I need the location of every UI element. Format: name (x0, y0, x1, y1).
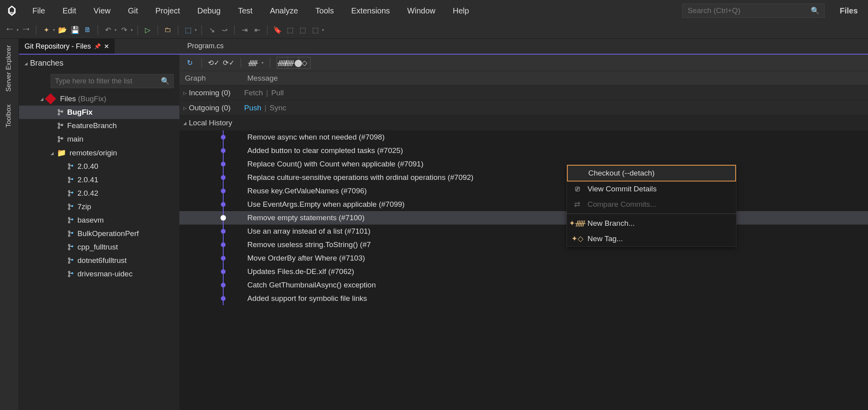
commit-dot (221, 269, 226, 274)
tree-branch-main[interactable]: main (19, 132, 179, 146)
commit-dot (221, 162, 226, 166)
ctx-new-branch[interactable]: ✦ᚏNew Branch... (567, 215, 736, 231)
commit-dot (221, 175, 226, 180)
commit-row[interactable]: Remove useless string.ToString() (#7 (179, 238, 868, 251)
branches-header[interactable]: Branches (19, 55, 179, 72)
tree-remote-dotnet6fulltrust[interactable]: dotnet6fulltrust (19, 254, 179, 267)
commit-row[interactable]: Move OrderBy after Where (#7103) (179, 251, 868, 265)
tab-program-cs[interactable]: Program.cs (179, 39, 232, 54)
outgoing-section[interactable]: Outgoing (0) Push|Sync (179, 100, 868, 115)
commit-dot (221, 229, 226, 234)
menu-window[interactable]: Window (399, 3, 444, 19)
menu-project[interactable]: Project (147, 3, 188, 19)
nav-back-icon[interactable]: ⭠ (5, 25, 15, 35)
new-item-icon[interactable]: ✦ (41, 25, 51, 35)
commit-row[interactable]: Reuse key.GetValueNames (#7096) (179, 184, 868, 198)
ctx-checkout[interactable]: Checkout (--detach) (567, 165, 736, 181)
tree-remote-basevm[interactable]: basevm (19, 214, 179, 227)
files-button[interactable]: Files (832, 3, 865, 19)
save-all-icon[interactable]: 🗎 (83, 25, 93, 35)
menu-file[interactable]: File (24, 3, 54, 19)
tree-remote-cpp-fulltrust[interactable]: cpp_fulltrust (19, 240, 179, 254)
svg-point-19 (68, 204, 70, 206)
commit-row[interactable]: Updates Files.de-DE.xlf (#7062) (179, 265, 868, 278)
save-icon[interactable]: 💾 (70, 25, 80, 35)
commit-row[interactable]: Remove empty statements (#7100) (179, 211, 868, 225)
bookmark-next-icon[interactable]: ⬚ (297, 25, 308, 35)
side-tab-server-explorer[interactable]: Server Explorer (0, 39, 17, 98)
close-icon[interactable]: ✕ (104, 43, 109, 50)
fetch-icon[interactable]: ⟲✓ (208, 57, 219, 68)
svg-point-23 (68, 221, 70, 223)
pull-icon[interactable]: ⟳✓ (223, 57, 234, 68)
branch-icon (57, 109, 64, 116)
config-icon[interactable]: ⬚ (183, 25, 193, 35)
commit-row[interactable]: Use EventArgs.Empty when applicable (#70… (179, 198, 868, 211)
svg-point-1 (58, 110, 60, 111)
tree-repo-files[interactable]: Files (BugFix) (19, 92, 179, 106)
tree-branch-featurebranch[interactable]: FeatureBranch (19, 119, 179, 132)
menu-extensions[interactable]: Extensions (343, 3, 399, 19)
menu-edit[interactable]: Edit (54, 3, 85, 19)
commit-dot (221, 135, 226, 140)
branch-filter-box[interactable]: 🔍 (51, 74, 174, 88)
column-message[interactable]: Message (246, 74, 868, 83)
ctx-new-tag[interactable]: ✦◇New Tag... (567, 231, 736, 246)
commit-row[interactable]: Replace Count() with Count when applicab… (179, 157, 868, 171)
branch-filter-input[interactable] (55, 77, 161, 85)
step-over-icon[interactable]: ⤻ (219, 25, 230, 35)
redo-icon[interactable]: ↷ (119, 25, 129, 35)
outdent-icon[interactable]: ⇤ (252, 25, 262, 35)
search-input[interactable] (687, 6, 811, 15)
ctx-view-details[interactable]: ⎚View Commit Details (567, 181, 736, 196)
tree-branch-bugfix[interactable]: BugFix (19, 106, 179, 119)
bookmark-clear-icon[interactable]: ⬚ (310, 25, 320, 35)
svg-point-14 (68, 181, 70, 183)
tree-remote-2-0-40[interactable]: 2.0.40 (19, 160, 179, 173)
column-graph[interactable]: Graph (179, 74, 246, 83)
bookmark-prev-icon[interactable]: ⬚ (285, 25, 295, 35)
tree-remote-2-0-41[interactable]: 2.0.41 (19, 173, 179, 187)
start-icon[interactable]: ▷ (143, 25, 153, 35)
refresh-icon[interactable]: ↻ (184, 57, 195, 68)
nav-forward-icon[interactable]: ⭢ (21, 25, 31, 35)
pin-icon[interactable]: 📌 (94, 43, 101, 49)
menu-tools[interactable]: Tools (307, 3, 343, 19)
open-icon[interactable]: 📂 (57, 25, 68, 35)
remote-branch-icon (67, 257, 74, 264)
commit-row[interactable]: Use an array instead of a list (#7101) (179, 225, 868, 238)
tree-remote-bulkoperationperf[interactable]: BulkOperationPerf (19, 227, 179, 240)
menu-debug[interactable]: Debug (189, 3, 230, 19)
tree-remotes-origin[interactable]: 📁remotes/origin (19, 146, 179, 160)
branch-select-icon[interactable]: ᚏ (247, 57, 258, 68)
menu-test[interactable]: Test (229, 3, 261, 19)
commit-dot (220, 215, 226, 221)
repo-icon (45, 93, 56, 104)
indent-icon[interactable]: ⇥ (239, 25, 250, 35)
commit-row[interactable]: Remove async when not needed (#7098) (179, 130, 868, 144)
incoming-section[interactable]: Incoming (0) Fetch|Pull (179, 85, 868, 100)
svg-point-8 (58, 140, 60, 142)
menu-git[interactable]: Git (119, 3, 147, 19)
step-icon[interactable]: ↘ (207, 25, 217, 35)
tag-view-icon[interactable]: ◇ (299, 57, 310, 68)
tree-remote-drivesman-uidec[interactable]: drivesman-uidec (19, 267, 179, 281)
commit-row[interactable]: Catch GetThumbnailAsync() exception (179, 278, 868, 292)
commit-row[interactable]: Added button to clear completed tasks (#… (179, 144, 868, 157)
search-box[interactable]: 🔍 (682, 4, 825, 18)
bookmark-icon[interactable]: 🔖 (272, 25, 282, 35)
local-history-header[interactable]: Local History (179, 115, 868, 130)
menu-analyze[interactable]: Analyze (261, 3, 307, 19)
commit-row[interactable]: Added support for symbolic file links (179, 292, 868, 305)
tree-remote-7zip[interactable]: 7zip (19, 200, 179, 214)
commit-row[interactable]: Replace culture-sensitive operations wit… (179, 171, 868, 184)
list-view-icon[interactable]: ᚏ⬤ (288, 57, 299, 68)
side-tab-toolbox[interactable]: Toolbox (0, 98, 17, 134)
browse-icon[interactable]: 🗀 (163, 25, 173, 35)
menu-view[interactable]: View (85, 3, 119, 19)
remote-branch-icon (67, 176, 74, 183)
tree-remote-2-0-42[interactable]: 2.0.42 (19, 187, 179, 200)
tab-git-repository[interactable]: Git Repository - Files 📌 ✕ (19, 39, 115, 54)
menu-help[interactable]: Help (444, 3, 478, 19)
undo-icon[interactable]: ↶ (103, 25, 113, 35)
